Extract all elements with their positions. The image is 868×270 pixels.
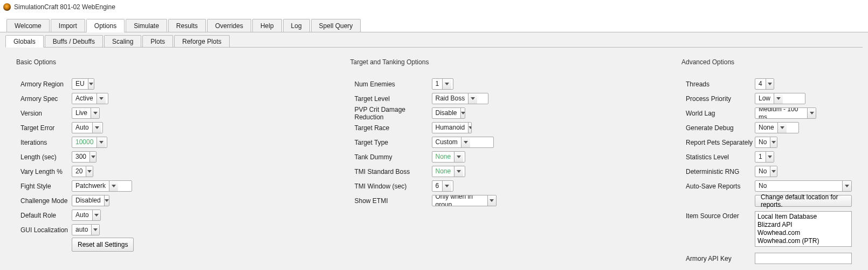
label-det-rng: Deterministic RNG	[686, 168, 755, 176]
select-det-rng[interactable]: No	[755, 166, 777, 177]
select-tank-dummy: None	[432, 151, 465, 163]
label-default-role: Default Role	[20, 212, 72, 219]
group-advanced: Advanced Options Threads 4 Process Prior…	[677, 53, 856, 270]
label-tmi-window: TMI Window (sec)	[355, 183, 432, 190]
subtab-plots[interactable]: Plots	[142, 35, 173, 47]
chevron-down-icon	[810, 112, 814, 114]
label-world-lag: World Lag	[686, 110, 755, 117]
label-armory-spec: Armory Spec	[20, 95, 72, 103]
select-target-level[interactable]: Raid Boss	[432, 93, 488, 104]
list-item[interactable]: Wowhead.com (PTR)	[757, 237, 849, 245]
select-threads[interactable]: 4	[755, 78, 774, 90]
tab-help[interactable]: Help	[252, 19, 282, 32]
chevron-down-icon	[94, 214, 99, 217]
label-stats-level: Statistics Level	[686, 153, 755, 161]
tab-log[interactable]: Log	[283, 19, 310, 32]
label-iterations: Iterations	[20, 139, 72, 146]
subtab-reforge-plots[interactable]: Reforge Plots	[174, 35, 230, 47]
label-pvp-crit: PVP Crit Damage Reduction	[355, 106, 432, 121]
tab-simulate[interactable]: Simulate	[126, 19, 167, 32]
select-challenge-mode[interactable]: Disabled	[72, 195, 109, 206]
chevron-down-icon	[112, 185, 116, 187]
chevron-down-icon	[845, 185, 849, 187]
label-api-key: Armory API Key	[686, 255, 755, 262]
chevron-down-icon	[780, 126, 784, 129]
label-autosave: Auto-Save Reports	[686, 183, 755, 190]
select-fight-style[interactable]: Patchwerk	[72, 180, 132, 192]
list-item[interactable]: Wowhead.com	[757, 229, 849, 237]
list-item[interactable]: Blizzard API	[757, 221, 849, 229]
chevron-down-icon	[461, 112, 465, 114]
select-target-error[interactable]: Auto	[72, 122, 103, 133]
select-show-etmi[interactable]: Only when in group	[432, 195, 497, 206]
chevron-down-icon	[469, 126, 471, 129]
main-tabbar: Welcome Import Options Simulate Results …	[0, 17, 868, 32]
tab-welcome[interactable]: Welcome	[6, 19, 50, 32]
select-armory-spec[interactable]: Active	[72, 93, 108, 104]
select-pets-sep[interactable]: No	[755, 137, 777, 148]
label-fight-style: Fight Style	[20, 183, 72, 190]
subtab-scaling[interactable]: Scaling	[104, 35, 141, 47]
select-pvp-crit[interactable]: Disable	[432, 107, 465, 119]
select-target-type[interactable]: Custom	[432, 137, 494, 148]
select-length[interactable]: 300	[72, 151, 97, 163]
chevron-down-icon	[776, 97, 781, 100]
subtab-globals[interactable]: Globals	[5, 35, 44, 48]
tab-overrides[interactable]: Overrides	[207, 19, 251, 32]
change-report-location-button[interactable]: Change default location for reports.	[755, 195, 852, 207]
tab-spell-query[interactable]: Spell Query	[311, 19, 361, 32]
select-gui-localization[interactable]: auto	[72, 224, 100, 235]
chevron-down-icon	[471, 97, 475, 100]
select-tmi-window[interactable]: 6	[432, 180, 453, 192]
group-basic: Basic Options Armory Region EU Armory Sp…	[12, 53, 341, 270]
chevron-down-icon	[99, 141, 104, 144]
label-num-enemies: Num Enemies	[355, 80, 432, 88]
select-stats-level[interactable]: 1	[755, 151, 774, 163]
label-show-etmi: Show ETMI	[355, 197, 432, 205]
item-source-listbox[interactable]: Local Item Database Blizzard API Wowhead…	[755, 211, 852, 247]
label-vary-length: Vary Length %	[20, 168, 72, 176]
select-target-race[interactable]: Humanoid	[432, 122, 472, 133]
reset-all-settings-button[interactable]: Reset all Settings	[72, 238, 134, 252]
chevron-down-icon	[95, 126, 99, 129]
chevron-down-icon	[457, 170, 461, 173]
window-title: SimulationCraft 801-02 WebEngine	[14, 3, 115, 11]
select-default-role[interactable]: Auto	[72, 210, 101, 221]
armory-api-key-input[interactable]	[755, 253, 852, 264]
select-iterations: 10000	[72, 137, 107, 148]
tab-import[interactable]: Import	[51, 19, 85, 32]
list-item[interactable]: Local Item Database	[757, 213, 849, 221]
tab-options[interactable]: Options	[86, 19, 125, 32]
select-num-enemies[interactable]: 1	[432, 78, 453, 90]
group-advanced-title: Advanced Options	[681, 58, 852, 66]
label-version: Version	[20, 110, 72, 117]
label-tank-dummy: Tank Dummy	[355, 153, 432, 161]
label-tmi-boss: TMI Standard Boss	[355, 168, 432, 176]
app-icon	[3, 3, 11, 11]
label-priority: Process Priority	[686, 95, 755, 103]
select-vary-length[interactable]: 20	[72, 166, 93, 177]
label-threads: Threads	[686, 80, 755, 88]
select-autosave[interactable]: No	[755, 180, 852, 192]
select-armory-region[interactable]: EU	[72, 78, 94, 90]
chevron-down-icon	[93, 228, 98, 231]
select-tmi-boss: None	[432, 166, 465, 177]
label-length: Length (sec)	[20, 153, 72, 161]
select-world-lag[interactable]: Medium - 100 ms	[755, 107, 816, 119]
chevron-down-icon	[490, 199, 494, 202]
subtab-buffs[interactable]: Buffs / Debuffs	[45, 35, 103, 47]
chevron-down-icon	[445, 83, 449, 85]
chevron-down-icon	[93, 112, 98, 114]
label-item-source: Item Source Order	[686, 211, 755, 220]
select-priority[interactable]: Low	[755, 93, 805, 104]
options-panel: Basic Options Armory Region EU Armory Sp…	[5, 48, 863, 270]
group-target-title: Target and Tanking Options	[350, 58, 668, 66]
select-version[interactable]: Live	[72, 107, 100, 119]
select-gen-debug[interactable]: None	[755, 122, 799, 133]
title-bar: SimulationCraft 801-02 WebEngine	[0, 0, 868, 14]
group-target: Target and Tanking Options Num Enemies 1…	[346, 53, 672, 270]
chevron-down-icon	[768, 156, 772, 158]
tab-results[interactable]: Results	[168, 19, 206, 32]
label-target-error: Target Error	[20, 124, 72, 132]
label-gen-debug: Generate Debug	[686, 124, 755, 132]
